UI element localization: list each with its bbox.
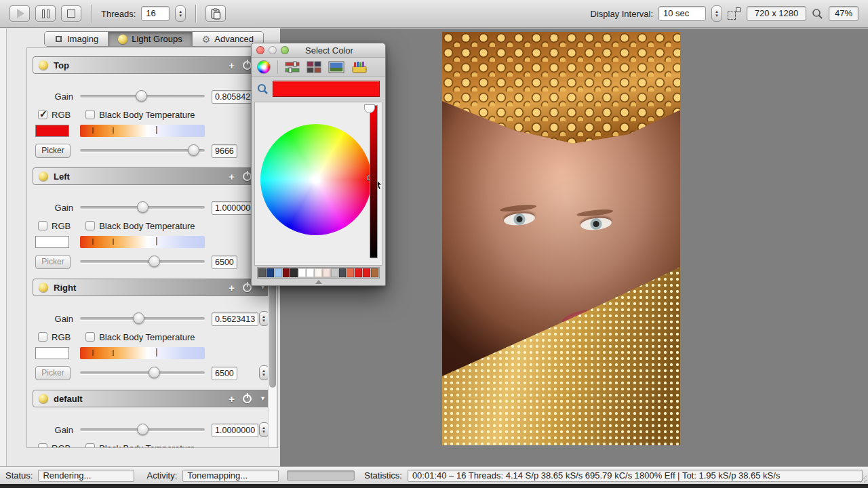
selected-color-bar <box>273 81 380 97</box>
picker-value-input[interactable]: 9666 <box>212 144 237 158</box>
tab-light-groups[interactable]: Light Groups <box>108 32 192 46</box>
zoom-icon[interactable] <box>812 8 823 20</box>
brightness-slider-handle[interactable] <box>364 104 375 113</box>
tab-imaging[interactable]: Imaging <box>45 32 108 46</box>
image-palettes-mode-icon[interactable] <box>328 61 344 73</box>
slider-thumb[interactable] <box>133 312 144 324</box>
resume-render-button[interactable] <box>9 5 30 22</box>
black-body-gradient[interactable] <box>80 346 205 360</box>
color-swatch[interactable] <box>35 347 69 359</box>
gain-slider[interactable] <box>80 423 205 436</box>
zoom-window-button[interactable] <box>281 46 289 54</box>
gain-value-input[interactable]: 0.5623413 <box>212 312 258 326</box>
magnifier-icon[interactable] <box>257 83 269 95</box>
palette-swatch[interactable] <box>323 268 330 277</box>
palette-swatch[interactable] <box>275 268 282 277</box>
color-swatch[interactable] <box>35 125 69 137</box>
light-group-header[interactable]: default + ▼ <box>33 390 272 407</box>
rgb-checkbox[interactable] <box>38 221 47 230</box>
slider-thumb[interactable] <box>149 256 160 267</box>
light-group-header[interactable]: Left + ▼ <box>33 167 272 185</box>
gain-value-input[interactable]: 1.0000000 <box>212 424 258 437</box>
status-label: Status: <box>5 470 33 481</box>
palette-mode-icon[interactable] <box>307 61 321 73</box>
brightness-slider[interactable] <box>370 105 378 258</box>
stop-render-button[interactable] <box>61 5 81 22</box>
picker-value-input[interactable]: 6500 <box>212 256 237 269</box>
light-group: Left + ▼ Gain 1.0000000 ▲▼ RGB Black Bod… <box>33 167 272 270</box>
add-icon[interactable]: + <box>229 60 235 70</box>
copy-to-clipboard-button[interactable] <box>205 5 226 22</box>
add-icon[interactable]: + <box>229 171 235 182</box>
slider-thumb[interactable] <box>137 201 149 213</box>
pause-render-button[interactable] <box>35 5 56 22</box>
light-group: default + ▼ Gain 1.0000000 ▲▼ RGB Black … <box>33 390 272 448</box>
sliders-mode-icon[interactable] <box>285 61 300 73</box>
picker-value-input[interactable]: 6500 <box>212 367 237 380</box>
black-body-checkbox[interactable] <box>85 221 95 230</box>
right-eye-graphic <box>580 216 612 231</box>
rgb-label: RGB <box>52 110 71 120</box>
palette-swatch[interactable] <box>331 268 338 277</box>
picker-slider[interactable] <box>80 366 205 380</box>
slider-thumb[interactable] <box>137 424 149 435</box>
palette-swatch[interactable] <box>290 268 298 277</box>
minimize-window-button[interactable] <box>269 46 277 54</box>
hue-wheel[interactable] <box>260 124 372 235</box>
display-interval-input[interactable]: 10 sec <box>658 6 706 21</box>
threads-stepper[interactable]: ▲▼ <box>175 5 186 22</box>
palette-swatch[interactable] <box>347 268 354 277</box>
color-wheel-mode-icon[interactable] <box>257 60 271 74</box>
palette-swatch[interactable] <box>315 268 322 277</box>
close-window-button[interactable] <box>256 46 264 54</box>
palette-swatch[interactable] <box>298 268 306 277</box>
gear-icon: ⚙ <box>202 35 211 44</box>
black-body-gradient[interactable] <box>80 235 205 249</box>
clipboard-icon <box>211 8 221 20</box>
picker-button[interactable]: Picker <box>35 366 71 380</box>
light-group: Top + ▼ Gain 0.8058422 ▲▼ RGB Black Body… <box>33 56 272 159</box>
light-group-title: Right <box>54 283 76 293</box>
palette-swatch[interactable] <box>363 268 370 277</box>
rgb-checkbox[interactable] <box>38 332 47 342</box>
gain-slider[interactable] <box>80 201 205 214</box>
dialog-titlebar[interactable]: Select Color <box>252 43 385 58</box>
palette-swatch[interactable] <box>267 268 274 277</box>
add-icon[interactable]: + <box>229 394 235 404</box>
palette-swatch[interactable] <box>339 268 347 277</box>
display-interval-stepper[interactable]: ▲▼ <box>711 5 722 22</box>
color-wheel-panel <box>254 102 382 266</box>
drawer-pull-icon[interactable] <box>315 280 322 284</box>
black-body-checkbox[interactable] <box>85 332 95 342</box>
palette-swatch[interactable] <box>371 268 378 277</box>
picker-slider[interactable] <box>80 144 205 157</box>
rgb-checkbox[interactable] <box>38 110 47 119</box>
light-group-header[interactable]: Top + ▼ <box>33 56 272 74</box>
palette-swatch[interactable] <box>258 268 266 277</box>
color-swatch[interactable] <box>35 236 69 248</box>
resize-render-icon[interactable] <box>728 7 741 20</box>
black-body-checkbox[interactable] <box>85 443 95 448</box>
chevron-down-icon[interactable]: ▼ <box>260 396 266 402</box>
crayons-mode-icon[interactable] <box>351 61 368 73</box>
picker-button[interactable]: Picker <box>35 144 71 158</box>
gain-slider[interactable] <box>80 89 205 103</box>
black-body-checkbox[interactable] <box>85 110 95 119</box>
rgb-checkbox[interactable] <box>38 443 47 448</box>
power-toggle-icon[interactable] <box>243 394 252 403</box>
threads-input[interactable]: 16 <box>141 6 170 21</box>
light-group-title: Top <box>54 60 69 70</box>
add-icon[interactable]: + <box>229 283 235 293</box>
slider-thumb[interactable] <box>149 367 160 378</box>
light-group-header[interactable]: Right + ▼ <box>33 279 272 296</box>
slider-thumb[interactable] <box>188 144 199 156</box>
gain-slider[interactable] <box>80 312 205 325</box>
slider-thumb[interactable] <box>136 90 147 102</box>
lightbulb-icon <box>39 283 48 292</box>
black-body-gradient[interactable] <box>80 124 205 138</box>
picker-button[interactable]: Picker <box>35 255 71 269</box>
palette-swatch[interactable] <box>355 268 362 277</box>
palette-swatch[interactable] <box>307 268 314 277</box>
palette-swatch[interactable] <box>283 268 290 277</box>
picker-slider[interactable] <box>80 255 205 268</box>
